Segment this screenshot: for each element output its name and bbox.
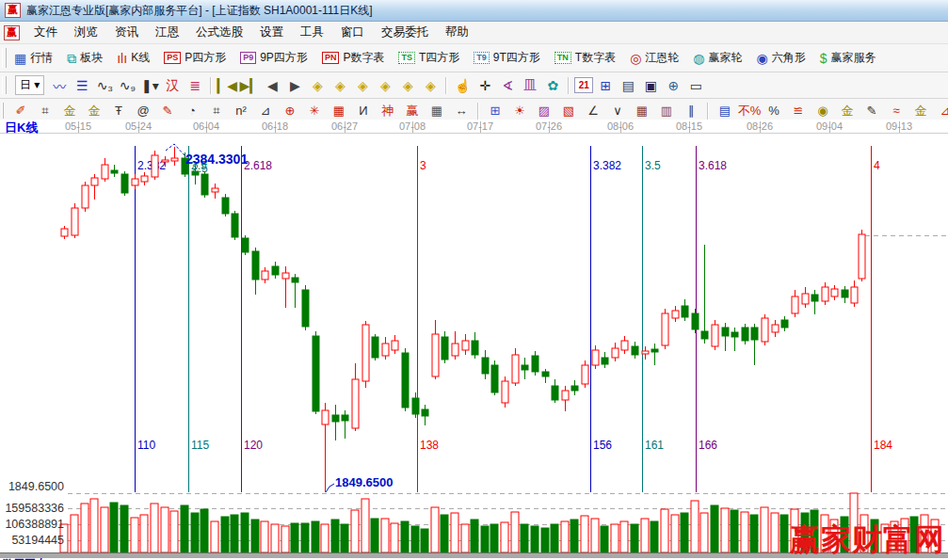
t-table-button[interactable]: TNT数字表 [552,48,619,68]
hash-icon[interactable]: ⌗ [205,102,228,120]
first-page-icon[interactable]: ▎◀ [217,76,237,95]
percent-icon[interactable]: % [763,102,785,120]
menu-item-9[interactable]: 帮助 [437,23,477,41]
menu-item-0[interactable]: 文件 [25,23,66,41]
t-square-button[interactable]: TST四方形 [395,48,462,68]
menu-item-4[interactable]: 公式选股 [187,23,251,41]
rays-icon[interactable]: ☀ [508,102,531,120]
n2-icon[interactable]: n² [230,102,252,120]
pulse-icon[interactable]: И [352,102,375,120]
kline-button[interactable]: ılıK线 [114,48,153,68]
fan2-icon[interactable]: ▧ [557,102,580,120]
panel-splitter[interactable] [0,552,948,558]
winner-wheel-button[interactable]: ◍赢家轮 [690,48,745,68]
angle-icon[interactable]: ⊿ [254,102,277,120]
pattern-icon[interactable]: 汉 [162,76,183,95]
gold-grid-icon[interactable]: 金 [58,102,81,120]
red-grid-icon[interactable]: ▦ [328,102,350,120]
gann-wheel-button[interactable]: ◎江恩轮 [627,48,682,68]
menu-item-2[interactable]: 资讯 [106,23,147,41]
brush-icon[interactable]: ✐ [9,102,32,120]
candle-body [212,188,218,192]
fan1-icon[interactable]: ▨ [533,102,555,120]
hand-icon[interactable]: ☝ [452,76,473,95]
t-line-icon[interactable]: Ŧ [107,102,130,120]
diamond-expand-icon[interactable]: ◈ [397,76,418,95]
stat-bars-icon[interactable]: ▤ [714,102,736,120]
wave9-icon[interactable]: ∿₉ [117,76,137,95]
gann-tool-icon[interactable]: 皿 [520,76,540,95]
p-square-button[interactable]: PSP四方形 [161,48,229,68]
wave-tool-icon[interactable]: ✿ [542,76,563,95]
toolbar-grip[interactable] [2,76,7,94]
wave-level-icon[interactable]: ≈ [885,102,908,120]
grid-b-icon[interactable]: ▥ [655,102,678,120]
p-table-button[interactable]: PNP数字表 [319,48,388,68]
pct-line-icon[interactable]: 不% [738,102,761,120]
menu-item-7[interactable]: 窗口 [332,23,373,41]
gold-circle-icon[interactable]: ◉ [811,102,834,120]
zigzag-icon[interactable]: ∨ [606,102,629,120]
calculator-icon[interactable]: ⊞ [595,76,616,95]
diamond-full-icon[interactable]: ◈ [420,76,441,95]
gold-level-icon[interactable]: 金 [836,102,859,120]
volume-bar [731,510,738,552]
diamond-shrink-icon[interactable]: ◈ [375,76,395,95]
ruler-icon[interactable]: ⌗ [34,102,56,120]
menu-item-1[interactable]: 浏览 [66,23,106,41]
9t-square-button[interactable]: T99T四方形 [471,48,543,68]
grid123-icon[interactable]: ▦ [426,102,448,120]
save-icon[interactable]: ▣ [640,76,661,95]
ying-icon[interactable]: 赢 [401,102,424,120]
parallel-icon[interactable]: ∥ [680,102,702,120]
next-icon[interactable]: ▶ [284,76,305,95]
prev-icon[interactable]: ◀ [262,76,282,95]
diamond-right-icon[interactable]: ◈ [329,76,350,95]
red-crosshair-icon[interactable]: ⊕ [279,102,301,120]
wave3-icon[interactable]: ∿₃ [94,76,115,95]
pencil-icon[interactable]: ✎ [156,102,179,120]
trend-curve-icon[interactable]: 〰 [49,76,70,95]
notes-icon[interactable]: ▤ [618,76,638,95]
quotes-button[interactable]: ▦行情 [11,48,56,68]
crosshair-icon[interactable]: ✛ [474,76,495,95]
histogram-icon[interactable]: ≣ [185,76,205,95]
grid-a-icon[interactable]: ▦ [631,102,653,120]
winner-service-button[interactable]: $赢家服务 [817,48,879,68]
web-icon[interactable]: ⊕ [663,76,683,95]
sectors-button[interactable]: ⧉板块 [64,48,105,68]
kline-chart-area[interactable]: 日K线 05-1505-2406-0406-1806-2707-0807-170… [0,120,948,560]
gold-line-icon[interactable]: 金 [909,102,932,120]
starburst-icon[interactable]: ✳ [303,102,326,120]
spiral-icon[interactable]: @ [132,102,154,120]
shen-icon[interactable]: 神 [377,102,399,120]
last-page-icon[interactable]: ▶▎ [239,76,260,95]
candle-body [822,287,828,301]
9p-square-button[interactable]: P99P四方形 [237,48,311,68]
angle-measure-icon[interactable]: ∢ [497,76,518,95]
p-square-button-icon: PS [164,52,181,64]
computer-icon[interactable]: ▭ [685,76,706,95]
menu-item-8[interactable]: 交易委托 [373,23,437,41]
toolbar-grip[interactable] [2,103,4,120]
candle-style-icon[interactable]: ❚▾ [139,76,160,95]
hexagon-button[interactable]: ◉六角形 [754,48,809,68]
volume-bar [561,521,569,552]
hspan-icon[interactable]: ↔ [450,102,473,120]
menu-item-6[interactable]: 工具 [292,23,332,41]
quote-list-icon[interactable]: ☰ [72,76,92,95]
clock-cycle-icon[interactable]: ◔ [181,102,203,120]
diamond-hmove-icon[interactable]: ◈ [352,76,373,95]
period-selector-button[interactable]: 日 ▾ [15,75,44,95]
diamond-left-icon[interactable]: ◈ [307,76,328,95]
menu-item-5[interactable]: 设置 [251,23,292,41]
j-angle-icon[interactable]: ⊿ [934,102,948,120]
blue-grid-icon[interactable]: ⊞ [484,102,506,120]
lines-icon[interactable]: ∠ [582,102,604,120]
pct-level-icon[interactable]: ≌ [787,102,810,120]
gold-grid2-icon[interactable]: 金 [83,102,105,120]
toolbar-grip[interactable] [2,48,7,67]
menu-item-3[interactable]: 江恩 [147,23,187,41]
pen-bars-icon[interactable]: ✎ [860,102,883,120]
calendar-icon[interactable]: 21 [574,77,593,93]
